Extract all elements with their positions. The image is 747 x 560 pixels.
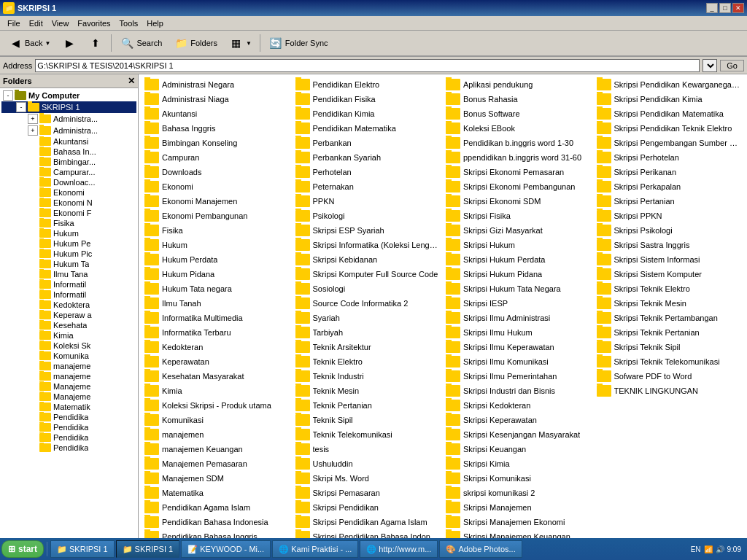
list-item[interactable]: TEKNIK LINGKUNGAN	[594, 384, 745, 398]
list-item[interactable]: Skripsi Manajemen Keuangan	[443, 529, 594, 538]
list-item[interactable]: Skripsi Hukum Perdata	[443, 252, 594, 267]
list-item[interactable]: Fisika	[142, 223, 293, 238]
list-item[interactable]	[594, 486, 745, 500]
tree-item-23[interactable]: Koleksi Sk	[1, 341, 136, 351]
taskbar-item-1[interactable]: 📁 SKRIPSI 1	[116, 540, 180, 558]
tree-item-24[interactable]: Komunika	[1, 351, 136, 361]
list-item[interactable]: Skripsi Fisika	[443, 209, 594, 223]
list-item[interactable]: Aplikasi pendukung	[443, 77, 594, 92]
tree-item-4[interactable]: Bahasa In...	[1, 147, 136, 157]
tree-item-2[interactable]: + Administra...	[1, 125, 136, 136]
list-item[interactable]: Ekonomi Pembangunan	[142, 209, 293, 223]
list-item[interactable]: Skripsi Gizi Masyarkat	[443, 223, 594, 238]
list-item[interactable]: Pendidikan Elektro	[293, 77, 444, 92]
list-item[interactable]: Bahasa Inggris	[142, 121, 293, 136]
maximize-button[interactable]: □	[719, 3, 731, 13]
start-button[interactable]: ⊞ start	[1, 540, 44, 558]
tree-expand-icon[interactable]: -	[3, 90, 13, 101]
tree-item-14[interactable]: Hukum Pic	[1, 249, 136, 259]
list-item[interactable]: Campuran	[142, 150, 293, 165]
list-item[interactable]: Skripsi Sistem Komputer	[594, 267, 745, 281]
list-item[interactable]: Skripsi Pendidikan Bahasa Indonesia	[293, 529, 444, 538]
list-item[interactable]: Bimbingan Konseling	[142, 136, 293, 150]
close-button[interactable]: ✕	[732, 3, 744, 13]
list-item[interactable]: Akuntansi	[142, 106, 293, 121]
list-item[interactable]: Teknik Sipil	[293, 413, 444, 427]
tree-item-17[interactable]: Informatil	[1, 279, 136, 289]
list-item[interactable]: Teknik Mesin	[293, 384, 444, 398]
list-item[interactable]: Hukum Pidana	[142, 267, 293, 281]
tree-item-root[interactable]: - My Computer	[1, 90, 136, 101]
list-item[interactable]: Skripsi Psikologi	[594, 223, 745, 238]
list-item[interactable]: Downloads	[142, 165, 293, 179]
list-item[interactable]: ppendidikan b.inggris word 31-60	[443, 150, 594, 165]
list-item[interactable]: Skripsi Pemasaran	[293, 486, 444, 500]
list-item[interactable]	[594, 442, 745, 456]
list-item[interactable]: Skripsi Pendidikan Kewarganegaraan	[594, 77, 745, 92]
list-item[interactable]: Ekonomi	[142, 179, 293, 194]
list-item[interactable]	[594, 529, 745, 538]
menu-tools[interactable]: Tools	[115, 18, 143, 29]
list-item[interactable]: Skripsi Pendidikan	[293, 500, 444, 515]
list-item[interactable]	[594, 456, 745, 471]
list-item[interactable]: Skripsi Komputer Full Source Code	[293, 267, 444, 281]
tree-expand-1[interactable]: +	[28, 114, 38, 124]
list-item[interactable]: Teknik Arsitektur	[293, 340, 444, 354]
list-item[interactable]: Skripsi Sistem Informasi	[594, 252, 745, 267]
list-item[interactable]: Perbankan Syariah	[293, 150, 444, 165]
tree-item-8[interactable]: Ekonomi	[1, 187, 136, 198]
forward-button[interactable]: ▶	[57, 33, 82, 53]
list-item[interactable]: Skripsi Teknik Mesin	[594, 296, 745, 311]
list-item[interactable]: Skripsi Keperawatan	[443, 413, 594, 427]
list-item[interactable]: Skripsi Komunikasi	[443, 471, 594, 486]
list-item[interactable]: Teknik Industri	[293, 369, 444, 384]
list-item[interactable]: Tarbiyah	[293, 325, 444, 340]
list-item[interactable]: Skripsi Informatika (Koleksi Lengkap)	[293, 238, 444, 252]
tree-item-32[interactable]: Pendidika	[1, 432, 136, 443]
list-item[interactable]: Pendidikan Bahasa Inggris	[142, 529, 293, 538]
tree-item-1[interactable]: + Administra...	[1, 113, 136, 125]
list-item[interactable]: Ekonomi Manajemen	[142, 194, 293, 209]
list-item[interactable]: Peternakan	[293, 179, 444, 194]
tree-item-15[interactable]: Hukum Ta	[1, 259, 136, 269]
list-item[interactable]	[594, 515, 745, 529]
list-item[interactable]: Skripsi Perhotelan	[594, 150, 745, 165]
list-item[interactable]: skripsi komunikasi 2	[443, 486, 594, 500]
list-item[interactable]: Skripsi Ilmu Administrasi	[443, 311, 594, 325]
tree-item-16[interactable]: Ilmu Tana	[1, 269, 136, 279]
list-item[interactable]: Administrasi Negara	[142, 77, 293, 92]
taskbar-item-2[interactable]: 📝 KEYWOOD - Mi...	[181, 540, 271, 558]
tray-time[interactable]: 9:09	[727, 545, 741, 553]
taskbar-item-0[interactable]: 📁 SKRIPSI 1	[50, 540, 115, 558]
menu-favorites[interactable]: Favorites	[73, 18, 115, 29]
tree-expand-skripsi1[interactable]: -	[16, 102, 26, 112]
taskbar-item-3[interactable]: 🌐 Kami Praktisi - ...	[272, 540, 358, 558]
list-item[interactable]: Skripsi Pendidikan Teknik Elektro	[594, 121, 745, 136]
tree-item-18[interactable]: Informatil	[1, 289, 136, 300]
tree-item-25[interactable]: manajeme	[1, 361, 136, 371]
list-item[interactable]: Skripsi Pendidikan Kimia	[594, 92, 745, 106]
tree-item-28[interactable]: Manajeme	[1, 392, 136, 402]
list-item[interactable]: Teknik Elektro	[293, 354, 444, 369]
list-item[interactable]: Perhotelan	[293, 165, 444, 179]
back-button[interactable]: ◀ Back ▼	[3, 33, 55, 53]
list-item[interactable]: Psikologi	[293, 209, 444, 223]
list-item[interactable]: Koleksi Skripsi - Produk utama	[142, 398, 293, 413]
list-item[interactable]: Hukum Perdata	[142, 252, 293, 267]
list-item[interactable]: Informatika Multimedia	[142, 311, 293, 325]
list-item[interactable]: Skripsi PPKN	[594, 209, 745, 223]
list-item[interactable]: Pendidikan b.inggris word 1-30	[443, 136, 594, 150]
list-item[interactable]: Skripsi Pertanian	[594, 194, 745, 209]
list-item[interactable]: Pendidikan Kimia	[293, 106, 444, 121]
list-item[interactable]: Pendidikan Fisika	[293, 92, 444, 106]
tree-item-22[interactable]: Kimia	[1, 330, 136, 341]
list-item[interactable]: Skripsi Ilmu Komunikasi	[443, 354, 594, 369]
list-item[interactable]: Bonus Software	[443, 106, 594, 121]
list-item[interactable]: Skripsi Ilmu Pemerintahan	[443, 369, 594, 384]
menu-file[interactable]: File	[3, 18, 25, 29]
list-item[interactable]: Skripsi Kesenjangan Masyarakat	[443, 427, 594, 442]
list-item[interactable]: Informatika Terbaru	[142, 325, 293, 340]
list-item[interactable]: Perbankan	[293, 136, 444, 150]
list-item[interactable]: manajemen Keuangan	[142, 442, 293, 456]
tree-item-20[interactable]: Keperaw a	[1, 310, 136, 320]
